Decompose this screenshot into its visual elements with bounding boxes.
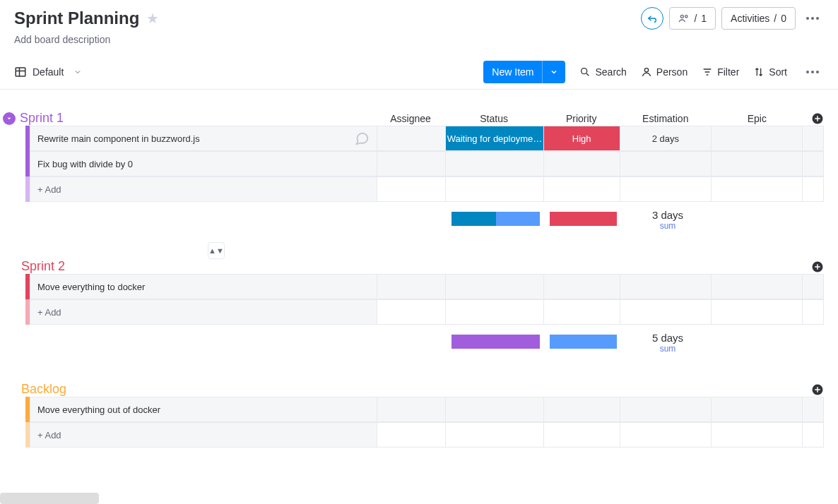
search-label: Search (595, 66, 626, 78)
svg-point-9 (811, 71, 814, 73)
svg-rect-5 (16, 68, 25, 76)
filter-button[interactable]: Filter (702, 66, 739, 78)
add-item-button[interactable]: + Add (30, 299, 377, 325)
group-collapse-toggle[interactable] (3, 112, 16, 125)
plus-circle-icon (811, 260, 824, 273)
cell-empty (712, 422, 803, 448)
board-menu-button[interactable] (801, 7, 824, 30)
svg-point-8 (806, 71, 809, 73)
cell-status[interactable]: Waiting for deployme… (446, 126, 543, 151)
cell-epic[interactable] (712, 151, 803, 176)
search-icon (579, 66, 591, 78)
cell-status[interactable] (446, 274, 543, 299)
cell-empty (620, 176, 712, 202)
item-name[interactable]: Move everything to docker (30, 274, 377, 299)
integrate-button[interactable] (641, 7, 663, 30)
star-icon[interactable]: ★ (146, 10, 159, 27)
column-header-epic[interactable]: Epic (712, 113, 803, 124)
sort-button[interactable]: Sort (753, 66, 787, 78)
new-item-dropdown[interactable] (542, 61, 565, 83)
column-header-assignee[interactable]: Assignee (376, 113, 445, 124)
cell-empty (544, 176, 620, 202)
item-name[interactable]: Rewrite main component in buzzword.js (30, 126, 377, 151)
cell-estimation[interactable] (620, 397, 712, 422)
svg-point-7 (644, 68, 648, 72)
plus-circle-icon (811, 383, 824, 396)
person-label: Person (656, 66, 687, 78)
view-selector[interactable]: Default (14, 66, 82, 78)
cell-epic[interactable] (712, 397, 803, 422)
cell-estimation[interactable] (620, 274, 712, 299)
group-add-column[interactable] (803, 112, 824, 125)
group-name[interactable]: Backlog (21, 382, 66, 397)
add-item-button[interactable]: + Add (30, 176, 377, 202)
person-icon (641, 66, 652, 78)
chevron-down-icon (73, 68, 82, 76)
cell-empty (712, 299, 803, 325)
item-name[interactable]: Move everything out of docker (30, 397, 377, 422)
people-button[interactable]: / 1 (669, 7, 716, 30)
toolbar-menu-button[interactable] (801, 61, 824, 83)
board-description[interactable]: Add board description (14, 34, 824, 45)
table-icon (14, 66, 27, 78)
add-item-button[interactable]: + Add (30, 422, 377, 448)
table-row[interactable]: Rewrite main component in buzzword.jsWai… (25, 126, 824, 151)
activities-divider: / (774, 13, 777, 24)
cell-status[interactable] (446, 397, 543, 422)
chat-icon[interactable] (354, 131, 370, 146)
sort-icon (753, 66, 765, 78)
column-header-status[interactable]: Status (445, 113, 543, 124)
svg-point-4 (816, 17, 819, 20)
group-add-column[interactable] (803, 383, 824, 396)
item-name[interactable]: Fix bug with divide by 0 (30, 151, 377, 176)
summary-estimation: 3 dayssum (622, 206, 714, 231)
cell-assignee[interactable] (377, 274, 446, 299)
cell-empty (620, 422, 712, 448)
activities-button[interactable]: Activities / 0 (721, 7, 796, 30)
cell-empty (377, 422, 446, 448)
table-row[interactable]: Move everything to docker (25, 274, 824, 299)
sort-label: Sort (769, 66, 787, 78)
person-filter-button[interactable]: Person (641, 66, 687, 78)
board-title[interactable]: Sprint Planning (14, 8, 139, 28)
chevron-down-icon (550, 68, 558, 76)
summary-priority (545, 329, 622, 354)
cell-assignee[interactable] (377, 397, 446, 422)
people-divider: / (694, 13, 697, 24)
group-name[interactable]: Sprint 2 (21, 259, 65, 274)
cell-status[interactable] (446, 151, 543, 176)
cell-epic[interactable] (712, 274, 803, 299)
cell-empty (446, 422, 543, 448)
cell-assignee[interactable] (377, 151, 446, 176)
row-end (803, 151, 824, 176)
cell-assignee[interactable] (377, 126, 446, 151)
cell-empty (544, 299, 620, 325)
cell-empty (620, 299, 712, 325)
plus-circle-icon (811, 112, 824, 125)
filter-label: Filter (717, 66, 739, 78)
column-header-priority[interactable]: Priority (543, 113, 620, 124)
activities-count: 0 (781, 13, 786, 24)
cell-priority[interactable]: High (544, 126, 620, 151)
dots-icon (806, 17, 819, 20)
cell-priority[interactable] (544, 151, 620, 176)
cell-empty (544, 422, 620, 448)
cell-epic[interactable] (712, 126, 803, 151)
dots-icon (806, 71, 819, 73)
table-row[interactable]: Move everything out of docker (25, 397, 824, 422)
cell-empty (446, 299, 543, 325)
group-name[interactable]: Sprint 1 (20, 111, 64, 126)
cell-priority[interactable] (544, 274, 620, 299)
search-button[interactable]: Search (579, 66, 626, 78)
group-add-column[interactable] (803, 260, 824, 273)
svg-point-0 (681, 15, 684, 18)
drag-handle[interactable]: ▲▼ (208, 242, 225, 259)
svg-point-3 (811, 17, 814, 20)
cell-priority[interactable] (544, 397, 620, 422)
column-header-estimation[interactable]: Estimation (620, 113, 712, 124)
cell-empty (712, 176, 803, 202)
cell-estimation[interactable]: 2 days (620, 126, 712, 151)
new-item-button[interactable]: New Item (483, 61, 542, 83)
cell-estimation[interactable] (620, 151, 712, 176)
table-row[interactable]: Fix bug with divide by 0 (25, 151, 824, 176)
